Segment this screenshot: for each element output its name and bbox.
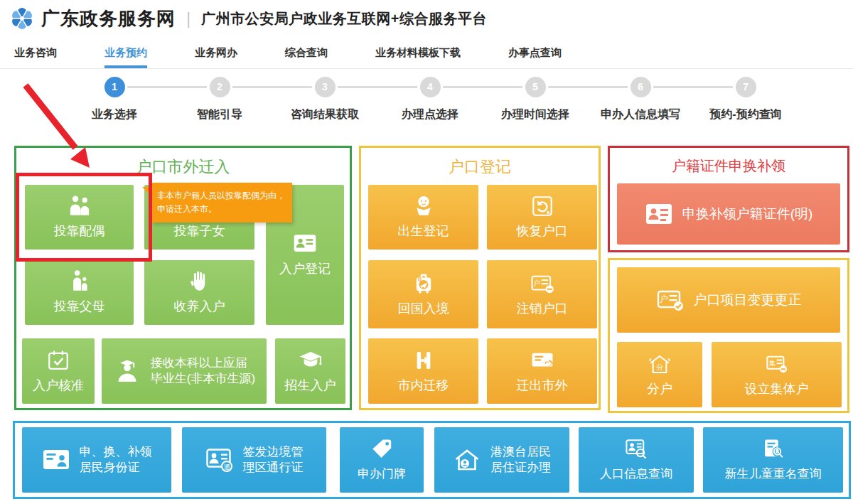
card-arrow-out-icon (530, 348, 554, 372)
id-card-lines-icon (42, 446, 70, 474)
step-4: 4 办理点选择 (377, 77, 483, 122)
pinwheel-icon (9, 5, 36, 32)
tile-label: 港澳台居民居住证办理 (490, 444, 551, 476)
tile-intra-city-move[interactable]: 市内迁移 (368, 338, 478, 404)
nav-item-locations[interactable]: 办事点查询 (508, 37, 562, 68)
permit-card-icon: 通 (205, 446, 234, 474)
tile-adoption[interactable]: 收养入户 (144, 260, 254, 325)
card-ji-minus-icon: 集 (765, 352, 789, 376)
main-nav: 业务咨询 业务预约 业务网办 综合查询 业务材料模板下载 办事点查询 (0, 37, 853, 69)
step-label: 预约-预约查询 (693, 107, 798, 122)
tile-label: 入户登记 (279, 261, 331, 277)
calendar-check-icon (46, 348, 70, 372)
tooltip-spouse-info: 非本市户籍人员以投靠配偶为由，申请迁入本市。 (151, 183, 292, 222)
panel-changes: 户 户口项目变更更正 分 分户 集 设立集体户 (608, 258, 849, 413)
doc-search-icon (761, 437, 785, 461)
page: 广东政务服务网 | 广州市公安局户政业务互联网+综合服务平台 业务咨询 业务预约… (0, 0, 853, 504)
tile-label: 市内迁移 (398, 377, 449, 394)
step-label: 咨询结果获取 (272, 107, 377, 122)
hand-icon (188, 269, 212, 294)
step-6: 6 申办人信息填写 (588, 77, 693, 122)
tile-border-permit[interactable]: 通 签发边境管理区通行证 (182, 427, 326, 493)
panel-certificates-title: 户籍证件申换补领 (610, 156, 847, 176)
tile-label: 收养入户 (174, 299, 225, 315)
tile-label: 入户核准 (33, 377, 84, 394)
baby-icon (412, 194, 436, 218)
tile-collective-household[interactable]: 集 设立集体户 (712, 342, 842, 407)
tile-population-query[interactable]: 人口信息查询 (579, 427, 694, 493)
panel-registration-title: 户口登记 (361, 156, 599, 178)
step-7: 7 预约-预约查询 (693, 77, 798, 122)
tile-return-entry[interactable]: 回国入境 (368, 260, 478, 328)
tag-icon (370, 437, 394, 461)
tile-label: 申换补领户籍证件(明) (682, 205, 813, 223)
step-2: 2 智能引导 (167, 77, 272, 122)
step-1: 1 业务选择 (62, 77, 167, 122)
tile-item-change[interactable]: 户 户口项目变更更正 (617, 267, 840, 333)
tile-label: 设立集体户 (745, 381, 809, 397)
tile-birth-registration[interactable]: 出生登记 (368, 185, 478, 250)
tile-label: 接收本科以上应届毕业生(非本市生源) (151, 355, 255, 387)
suitcase-plane-icon (412, 272, 436, 296)
platform-name: 广州市公安局户政业务互联网+综合服务平台 (201, 9, 487, 28)
step-circle: 3 (315, 77, 336, 97)
tile-id-card-service[interactable]: 申、换、补领居民身份证 (22, 427, 171, 493)
tile-label: 户口项目变更更正 (694, 291, 802, 309)
tile-door-plate[interactable]: 申办门牌 (340, 427, 424, 493)
graduation-cap-icon (299, 348, 323, 372)
step-circle: 4 (420, 77, 441, 97)
tile-hmt-residence-permit[interactable]: 港澳台居民居住证办理 (434, 427, 569, 493)
svg-text:户: 户 (533, 279, 540, 286)
person-search-icon (624, 437, 648, 461)
tile-label: 迁出市外 (517, 377, 568, 394)
tile-certificate-replace[interactable]: 申换补领户籍证件(明) (617, 183, 840, 245)
tile-label: 恢复户口 (517, 223, 568, 240)
step-label: 申办人信息填写 (588, 107, 693, 122)
contact-card-icon (293, 232, 317, 256)
step-label: 办理时间选择 (483, 107, 588, 122)
step-circle: 1 (104, 77, 125, 97)
tile-entry-approval[interactable]: 入户核准 (22, 338, 95, 404)
house-person-icon (453, 446, 481, 474)
svg-text:通: 通 (223, 463, 230, 471)
step-label: 智能引导 (167, 107, 272, 122)
step-circle: 2 (210, 77, 230, 97)
tile-graduates[interactable]: 接收本科以上应届毕业生(非本市生源) (102, 338, 267, 404)
step-label: 业务选择 (62, 107, 167, 122)
highlight-box (16, 173, 152, 262)
site-name: 广东政务服务网 (41, 6, 176, 31)
nav-item-query[interactable]: 综合查询 (285, 37, 328, 68)
tile-split-household[interactable]: 分 分户 (617, 342, 702, 407)
step-label: 办理点选择 (377, 107, 483, 122)
tile-newborn-name-query[interactable]: 新生儿童重名查询 (703, 427, 843, 493)
graduate-icon (113, 357, 141, 385)
transfer-icon (412, 348, 436, 372)
tile-label: 注销户口 (517, 301, 568, 317)
nav-item-appointment[interactable]: 业务预约 (104, 37, 147, 68)
tile-label: 出生登记 (398, 223, 449, 240)
step-5: 5 办理时间选择 (483, 77, 588, 122)
tooltip-text: 非本市户籍人员以投靠配偶为由，申请迁入本市。 (157, 189, 286, 216)
nav-item-consult[interactable]: 业务咨询 (14, 37, 57, 68)
nav-item-online[interactable]: 业务网办 (195, 37, 237, 68)
step-circle: 5 (525, 77, 546, 97)
header-divider: | (186, 9, 191, 28)
step-circle: 6 (631, 77, 651, 97)
panel-registration: 户口登记 出生登记 恢复户口 回国入境 户 注销户口 市内迁移 迁出市外 (359, 146, 601, 410)
tile-parents-dependency[interactable]: 投靠父母 (25, 260, 134, 325)
panel-bottom-services: 申、换、补领居民身份证 通 签发边境管理区通行证 申办门牌 港澳台居民居住证办理… (13, 421, 851, 499)
tile-label: 人口信息查询 (600, 466, 672, 482)
tile-move-out-city[interactable]: 迁出市外 (487, 338, 597, 404)
svg-text:分: 分 (656, 363, 663, 370)
nav-item-templates[interactable]: 业务材料模板下载 (375, 37, 461, 68)
tile-enrollment[interactable]: 招生入户 (275, 338, 345, 404)
tile-label: 新生儿童重名查询 (725, 466, 822, 482)
svg-text:户: 户 (660, 294, 668, 304)
tile-restore-hukou[interactable]: 恢复户口 (487, 185, 597, 250)
tile-label: 申办门牌 (358, 466, 406, 482)
tile-label: 申、换、补领居民身份证 (80, 444, 152, 476)
tile-cancel-hukou[interactable]: 户 注销户口 (487, 260, 597, 328)
tile-label: 投靠子女 (174, 223, 225, 240)
id-card-solid-icon (645, 200, 673, 228)
house-split-icon: 分 (648, 352, 672, 376)
